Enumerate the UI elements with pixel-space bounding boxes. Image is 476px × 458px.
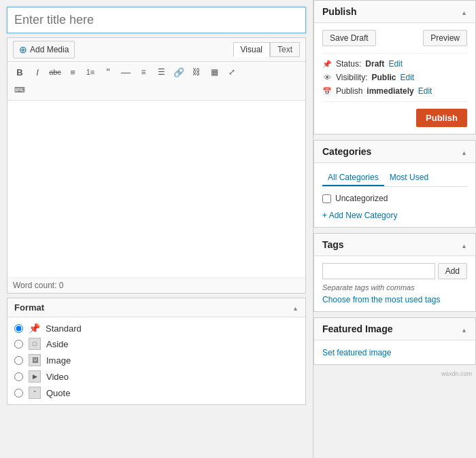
format-box: Format 📌 Standard □ Aside: [7, 298, 306, 405]
format-icon-quote: ": [29, 387, 41, 399]
visibility-value: Public: [371, 73, 396, 82]
format-icon-video: ▶: [29, 370, 41, 383]
publish-widget-title: Publish: [322, 6, 357, 17]
toolbar-strikethrough[interactable]: abc: [47, 65, 63, 80]
publish-meta: Status: Draft Edit Visibility: Public Ed…: [322, 53, 467, 102]
status-label: Status:: [336, 59, 361, 69]
format-option-quote[interactable]: " Quote: [14, 387, 299, 399]
add-media-button[interactable]: ⊕ Add Media: [13, 41, 75, 58]
tab-visual[interactable]: Visual: [233, 42, 270, 57]
visibility-edit-link[interactable]: Edit: [400, 73, 414, 82]
toolbar-ul[interactable]: ≡: [65, 65, 81, 80]
featured-image-widget-body: Set featured image: [314, 340, 475, 364]
format-icon-standard: 📌: [29, 323, 40, 334]
format-radio-standard[interactable]: [14, 324, 23, 333]
format-radio-video[interactable]: [14, 372, 23, 381]
toolbar-blockquote[interactable]: ": [100, 65, 116, 80]
format-header[interactable]: Format: [7, 298, 305, 317]
tags-input-row: Add: [322, 263, 467, 279]
publish-time-icon: [322, 86, 332, 96]
format-icon-aside: □: [29, 338, 41, 350]
category-item[interactable]: Uncategorized: [322, 192, 467, 205]
toolbar-hr[interactable]: —: [118, 65, 134, 80]
featured-image-widget: Featured Image Set featured image: [313, 317, 476, 365]
publish-actions: Save Draft Preview: [322, 30, 467, 46]
editor-top-bar: ⊕ Add Media Visual Text: [7, 38, 305, 62]
tags-input[interactable]: [322, 263, 435, 279]
plus-icon: ⊕: [19, 44, 27, 55]
category-list: Uncategorized: [322, 192, 467, 205]
editor-toolbar: B I abc ≡ 1≡ " — ≡ ☰ 🔗 ⛓ ▦ ⤢ ⌨: [7, 62, 305, 101]
title-input[interactable]: [7, 7, 306, 33]
save-draft-button[interactable]: Save Draft: [322, 30, 376, 46]
publish-button[interactable]: Publish: [416, 109, 467, 127]
visibility-row: Visibility: Public Edit: [322, 73, 467, 82]
format-label-standard: Standard: [46, 323, 82, 334]
editor-box: ⊕ Add Media Visual Text B I abc ≡ 1≡ " —…: [7, 37, 306, 294]
toolbar-align-left[interactable]: ≡: [135, 65, 152, 80]
categories-collapse-icon: [461, 147, 467, 157]
publish-collapse-icon: [461, 7, 467, 17]
toolbar-ol[interactable]: 1≡: [82, 65, 99, 80]
toolbar-more[interactable]: ▦: [206, 65, 222, 80]
tags-hint: Separate tags with commas: [322, 283, 467, 292]
toolbar-unlink[interactable]: ⛓: [188, 65, 205, 80]
format-label-image: Image: [46, 355, 71, 366]
categories-widget-header: Categories: [314, 141, 475, 163]
format-label-quote: Quote: [46, 388, 70, 398]
category-checkbox-uncategorized[interactable]: [322, 194, 331, 203]
tab-all-categories[interactable]: All Categories: [322, 170, 384, 186]
toolbar-bold[interactable]: B: [12, 65, 28, 80]
format-label-video: Video: [46, 372, 69, 382]
right-panel: Publish Save Draft Preview Status: Draft…: [313, 0, 476, 458]
format-option-aside[interactable]: □ Aside: [14, 338, 299, 350]
format-option-standard[interactable]: 📌 Standard: [14, 323, 299, 334]
categories-widget-body: All Categories Most Used Uncategorized +…: [314, 163, 475, 227]
publish-time-label: Publish: [336, 86, 362, 96]
tags-widget: Tags Add Separate tags with commas Choos…: [313, 233, 476, 312]
toolbar-expand[interactable]: ⤢: [224, 65, 240, 80]
format-radio-aside[interactable]: [14, 340, 23, 349]
set-featured-image-link[interactable]: Set featured image: [322, 348, 391, 357]
status-value: Draft: [365, 59, 384, 69]
publish-time-value: immediately: [367, 86, 413, 96]
format-options: 📌 Standard □ Aside 🖼 Image: [7, 317, 305, 404]
toolbar-keyboard[interactable]: ⌨: [12, 82, 28, 97]
publish-widget: Publish Save Draft Preview Status: Draft…: [313, 0, 476, 135]
tab-most-used[interactable]: Most Used: [384, 170, 434, 186]
add-new-category-link[interactable]: + Add New Category: [322, 211, 397, 220]
featured-image-collapse-icon: [461, 324, 467, 334]
categories-widget-title: Categories: [322, 146, 371, 157]
tags-collapse-icon: [461, 240, 467, 250]
format-option-video[interactable]: ▶ Video: [14, 370, 299, 383]
publish-widget-body: Save Draft Preview Status: Draft Edit Vi…: [314, 23, 475, 134]
status-icon: [322, 59, 332, 69]
categories-widget: Categories All Categories Most Used Unca…: [313, 140, 476, 228]
format-radio-image[interactable]: [14, 356, 23, 365]
featured-image-widget-title: Featured Image: [322, 323, 392, 334]
add-tag-button[interactable]: Add: [438, 263, 467, 279]
preview-button[interactable]: Preview: [423, 30, 467, 46]
tags-widget-title: Tags: [322, 239, 344, 250]
publish-time-row: Publish immediately Edit: [322, 86, 467, 96]
word-count: Word count: 0: [7, 277, 305, 293]
view-tabs: Visual Text: [233, 42, 300, 57]
featured-image-widget-header: Featured Image: [314, 318, 475, 340]
tags-most-used-link[interactable]: Choose from the most used tags: [322, 295, 440, 304]
category-label: Uncategorized: [335, 194, 388, 203]
status-edit-link[interactable]: Edit: [388, 59, 403, 69]
editor-content[interactable]: [7, 101, 305, 277]
toolbar-align-center[interactable]: ☰: [153, 65, 169, 80]
tab-text[interactable]: Text: [270, 42, 300, 57]
format-radio-quote[interactable]: [14, 389, 23, 398]
toolbar-link[interactable]: 🔗: [171, 65, 187, 80]
publish-time-edit-link[interactable]: Edit: [418, 86, 432, 96]
visibility-icon: [322, 73, 332, 82]
format-collapse-icon: [292, 302, 299, 313]
toolbar-italic[interactable]: I: [29, 65, 46, 80]
format-option-image[interactable]: 🖼 Image: [14, 354, 299, 366]
status-row: Status: Draft Edit: [322, 59, 467, 69]
format-icon-image: 🖼: [29, 354, 41, 366]
categories-tabs: All Categories Most Used: [322, 170, 467, 187]
add-media-label: Add Media: [30, 45, 69, 54]
